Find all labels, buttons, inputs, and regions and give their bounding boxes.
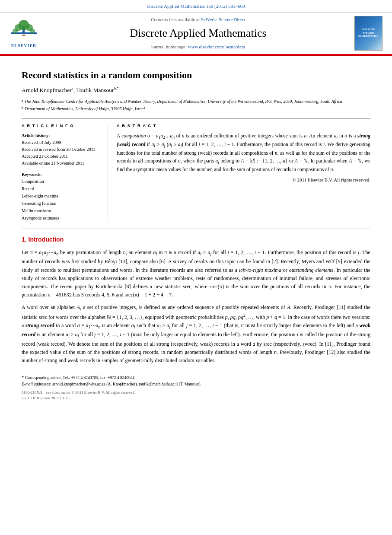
keyword-left-right: Left-to-right maxima bbox=[22, 192, 102, 200]
journal-header: ELSEVIER Contents lists available at Sci… bbox=[0, 13, 392, 55]
footnote-star-line: * Corresponding author. Tel.: +972 4 824… bbox=[22, 374, 370, 381]
article-info-column: A R T I C L E I N F O Article history: R… bbox=[22, 123, 108, 222]
keyword-record: Record bbox=[22, 185, 102, 192]
abstract-text: A composition σ = a1a2…an of n is an ord… bbox=[117, 132, 370, 184]
affiliation-b-text: Department of Mathematics, University of… bbox=[25, 105, 145, 112]
svg-point-6 bbox=[30, 29, 35, 34]
authors-line: Arnold Knopfmachera, Toufik Mansourb,* bbox=[22, 86, 370, 95]
keyword-composition: Composition bbox=[22, 178, 102, 185]
elsevier-logo-area: ELSEVIER bbox=[4, 16, 43, 51]
doi-line: doi:10.1016/j.dam.2011.10.025 bbox=[22, 395, 370, 401]
intro-paragraph-1: Let π = a1a2⋯an be any permutation of le… bbox=[22, 248, 370, 299]
history-revised: Received in revised form 20 October 2011 bbox=[22, 146, 102, 153]
article-body: Record statistics in a random compositio… bbox=[0, 56, 392, 410]
affiliations: a The John Knopfmacher Centre for Applic… bbox=[22, 98, 370, 112]
footnote-section: * Corresponding author. Tel.: +972 4 824… bbox=[22, 374, 370, 387]
section-divider bbox=[22, 229, 370, 229]
top-bar: Discrete Applied Mathematics 160 (2012) … bbox=[0, 0, 392, 13]
history-received: Received 13 July 2009 bbox=[22, 139, 102, 146]
elsevier-branding: ELSEVIER bbox=[9, 17, 39, 49]
journal-cover-thumb: DISCRETE APPLIED MATHEMATICS bbox=[354, 16, 382, 51]
history-accepted: Accepted 21 October 2011 bbox=[22, 153, 102, 160]
footnote-divider bbox=[22, 371, 370, 371]
keywords-label: Keywords: bbox=[22, 171, 102, 178]
contents-line: Contents lists available at SciVerse Sci… bbox=[151, 16, 245, 23]
affiliation-a-text: The John Knopfmacher Centre for Applicab… bbox=[25, 98, 342, 105]
article-info-heading: A R T I C L E I N F O bbox=[22, 123, 102, 129]
affiliation-a: a The John Knopfmacher Centre for Applic… bbox=[22, 98, 370, 105]
cover-text: DISCRETE APPLIED MATHEMATICS bbox=[357, 28, 380, 38]
journal-homepage: journal homepage: www.elsevier.com/locat… bbox=[151, 43, 245, 51]
copyright: © 2011 Elsevier B.V. All rights reserved… bbox=[117, 176, 370, 184]
article-title: Record statistics in a random compositio… bbox=[22, 69, 370, 82]
journal-title-area: Contents lists available at SciVerse Sci… bbox=[48, 16, 349, 51]
elsevier-wordmark: ELSEVIER bbox=[11, 42, 37, 49]
journal-citation: Discrete Applied Mathematics 160 (2012) … bbox=[147, 3, 245, 9]
intro-heading: 1. Introduction bbox=[22, 235, 370, 244]
license-line: 0166-218X/$ – see front matter © 2011 El… bbox=[22, 390, 370, 396]
keyword-generating: Generating function bbox=[22, 200, 102, 207]
journal-thumbnail: DISCRETE APPLIED MATHEMATICS bbox=[353, 16, 383, 51]
sciverse-link[interactable]: SciVerse ScienceDirect bbox=[201, 17, 245, 22]
svg-point-7 bbox=[22, 35, 25, 36]
article-info-abstract: A R T I C L E I N F O Article history: R… bbox=[22, 118, 370, 222]
svg-point-5 bbox=[13, 29, 18, 34]
elsevier-tree-icon bbox=[9, 17, 39, 41]
article-history: Article history: Received 13 July 2009 R… bbox=[22, 132, 102, 167]
keyword-mellin: Mellin transform bbox=[22, 207, 102, 214]
keyword-asymptotic: Asymptotic estimates bbox=[22, 214, 102, 222]
intro-paragraph-2: A word over an alphabet A, a set of posi… bbox=[22, 303, 370, 365]
keywords-section: Keywords: Composition Record Left-to-rig… bbox=[22, 171, 102, 222]
footnote-email-line: E-mail addresses: arnold.knopfmacher@wit… bbox=[22, 381, 370, 387]
history-available: Available online 21 November 2011 bbox=[22, 160, 102, 167]
journal-title: Discrete Applied Mathematics bbox=[130, 25, 266, 41]
affiliation-b: b Department of Mathematics, University … bbox=[22, 105, 370, 112]
abstract-heading: A B S T R A C T bbox=[117, 123, 370, 129]
abstract-column: A B S T R A C T A composition σ = a1a2…a… bbox=[117, 123, 370, 222]
homepage-url[interactable]: www.elsevier.com/locate/dam bbox=[188, 44, 245, 49]
history-label: Article history: bbox=[22, 132, 102, 139]
license-doi: 0166-218X/$ – see front matter © 2011 El… bbox=[22, 390, 370, 401]
